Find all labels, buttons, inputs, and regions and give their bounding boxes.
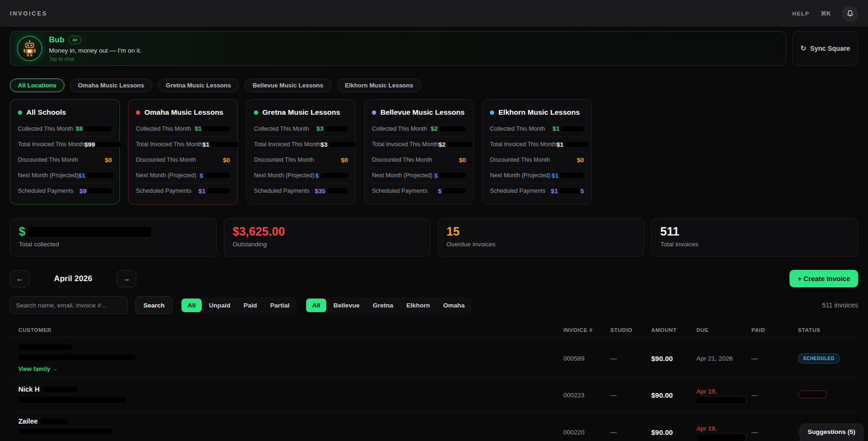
redaction-bar: [204, 173, 230, 178]
notifications-button[interactable]: [842, 6, 858, 22]
stat-label: Next Month (Projected): [490, 172, 551, 179]
stat-value: $2: [439, 141, 473, 148]
stat-row-total-invoiced-this-month: Total Invoiced This Month$1: [136, 136, 230, 152]
school-tab-gretna[interactable]: Gretna: [367, 299, 400, 312]
status-tab-unpaid[interactable]: Unpaid: [203, 299, 237, 312]
create-invoice-button[interactable]: + Create Invoice: [789, 270, 858, 287]
school-tab-all[interactable]: All: [306, 299, 326, 312]
school-card-omaha-music-lessons: Omaha Music LessonsCollected This Month$…: [128, 99, 238, 205]
stat-label: Collected This Month: [136, 126, 191, 132]
status-tab-all[interactable]: All: [181, 299, 202, 312]
summary-value-text: 15: [447, 225, 460, 238]
redaction-bar: [84, 126, 112, 132]
stat-value: $: [434, 172, 466, 179]
search-button[interactable]: Search: [135, 296, 173, 314]
studio-cell: —: [610, 429, 651, 436]
stat-row-total-invoiced-this-month: Total Invoiced This Month$1: [490, 136, 584, 152]
assistant-banner[interactable]: BubAI Money in, money out — I'm on it. T…: [10, 31, 786, 66]
customer-cell: View family →: [18, 344, 563, 373]
stat-row-discounted-this-month: Discounted This Month$0: [490, 152, 584, 167]
stat-row-discounted-this-month: Discounted This Month$0: [254, 152, 348, 167]
redaction-bar: [565, 142, 589, 147]
stat-row-collected-this-month: Collected This Month$2: [372, 121, 466, 136]
stat-row-collected-this-month: Collected This Month$8: [18, 121, 112, 136]
suggestions-tab[interactable]: Suggestions (5): [800, 424, 863, 441]
robot-icon: [22, 40, 37, 57]
school-card-header: All Schools: [18, 106, 112, 118]
column-header-status: STATUS: [798, 327, 850, 333]
school-filter-tabs: AllBellevueGretnaElkhornOmaha: [305, 297, 472, 314]
stat-label: Discounted This Month: [490, 157, 550, 163]
stat-value: $1: [552, 172, 584, 179]
column-header-due: DUE: [696, 327, 751, 333]
stat-row-next-month-projected: Next Month (Projected)$1: [490, 167, 584, 183]
prev-month-button[interactable]: ←: [10, 270, 30, 287]
redaction-bar: [559, 188, 579, 194]
redaction-bar: [560, 173, 584, 178]
status-badge-redacted: [798, 390, 827, 399]
view-family-link[interactable]: View family →: [18, 366, 58, 372]
table-row[interactable]: View family →000589—$90.00Apr 21, 2026—S…: [10, 338, 858, 379]
tap-to-chat-link[interactable]: Tap to chat: [49, 56, 142, 62]
status-tab-partial[interactable]: Partial: [264, 299, 296, 312]
location-filter-bellevue-music-lessons[interactable]: Bellevue Music Lessons: [245, 79, 331, 92]
redaction-bar: [42, 386, 78, 393]
summary-card-outstanding: $3,625.00Outstanding: [224, 218, 431, 257]
search-input[interactable]: [10, 296, 128, 314]
stat-value: $99: [85, 141, 122, 148]
stat-value: $0: [459, 157, 466, 164]
amount-cell: $90.00: [651, 428, 696, 436]
location-filter-omaha-music-lessons[interactable]: Omaha Music Lessons: [70, 79, 152, 92]
status-dot-icon: [490, 110, 494, 115]
status-filter-tabs: AllUnpaidPaidPartial: [180, 297, 297, 314]
summary-value: 511: [660, 225, 849, 238]
status-tab-paid[interactable]: Paid: [237, 299, 263, 312]
amount-cell: $90.00: [651, 391, 696, 399]
status-dot-icon: [254, 110, 258, 115]
stat-value-suffix: 5: [580, 188, 584, 195]
next-month-button[interactable]: →: [117, 270, 136, 287]
table-row[interactable]: ZaileeView family →000220—$90.00Apr 19,—: [10, 411, 858, 441]
help-link[interactable]: HELP: [792, 11, 810, 16]
filter-row: Search AllUnpaidPaidPartial AllBellevueG…: [10, 296, 858, 314]
school-tab-omaha[interactable]: Omaha: [437, 299, 471, 312]
stat-row-collected-this-month: Collected This Month$1: [490, 121, 584, 136]
column-header-amount: AMOUNT: [651, 327, 696, 333]
redaction-bar: [560, 126, 584, 132]
stat-value: $0: [223, 157, 230, 164]
redaction-bar: [40, 418, 69, 425]
sync-square-button[interactable]: ↻ Sync Square: [792, 31, 858, 66]
sync-square-label: Sync Square: [810, 45, 850, 52]
location-filter-all-locations[interactable]: All Locations: [10, 79, 64, 92]
stat-value-text: $8: [76, 125, 83, 132]
command-k-shortcut[interactable]: ⌘K: [821, 10, 831, 17]
location-filter-elkhorn-music-lessons[interactable]: Elkhorn Music Lessons: [337, 79, 421, 92]
stat-value-text: $3: [316, 125, 324, 132]
topbar: INVOICES HELP ⌘K: [0, 0, 868, 27]
customer-email: [18, 428, 563, 437]
stat-value: $0: [577, 157, 584, 164]
summary-label: Overdue invoices: [447, 241, 636, 248]
school-stat-cards: All SchoolsCollected This Month$8Total I…: [10, 99, 858, 205]
customer-name: [18, 344, 563, 351]
stat-row-next-month-projected: Next Month (Projected)$: [136, 167, 230, 183]
stat-value: $15: [551, 188, 584, 195]
stat-row-total-invoiced-this-month: Total Invoiced This Month$2: [372, 136, 466, 152]
table-row[interactable]: Nick H000223—$90.00Apr 19,—: [10, 379, 858, 411]
status-cell: [798, 390, 850, 401]
redaction-bar: [329, 142, 356, 147]
stat-value-text: $0: [577, 157, 584, 164]
invoice-number-cell: 000220: [563, 429, 610, 436]
stat-value-text: $: [199, 172, 203, 179]
stat-value-text: $: [438, 188, 442, 195]
page-title: INVOICES: [10, 10, 47, 17]
amount-cell: $90.00: [651, 354, 696, 362]
school-tab-elkhorn[interactable]: Elkhorn: [400, 299, 436, 312]
stat-row-total-invoiced-this-month: Total Invoiced This Month$3: [254, 136, 348, 152]
redaction-bar: [324, 126, 348, 132]
school-tab-bellevue[interactable]: Bellevue: [327, 299, 366, 312]
stat-value: $1: [552, 125, 584, 132]
location-filter-gretna-music-lessons[interactable]: Gretna Music Lessons: [158, 79, 239, 92]
school-card-title: Elkhorn Music Lessons: [498, 108, 580, 117]
customer-cell: Nick H: [18, 386, 563, 405]
